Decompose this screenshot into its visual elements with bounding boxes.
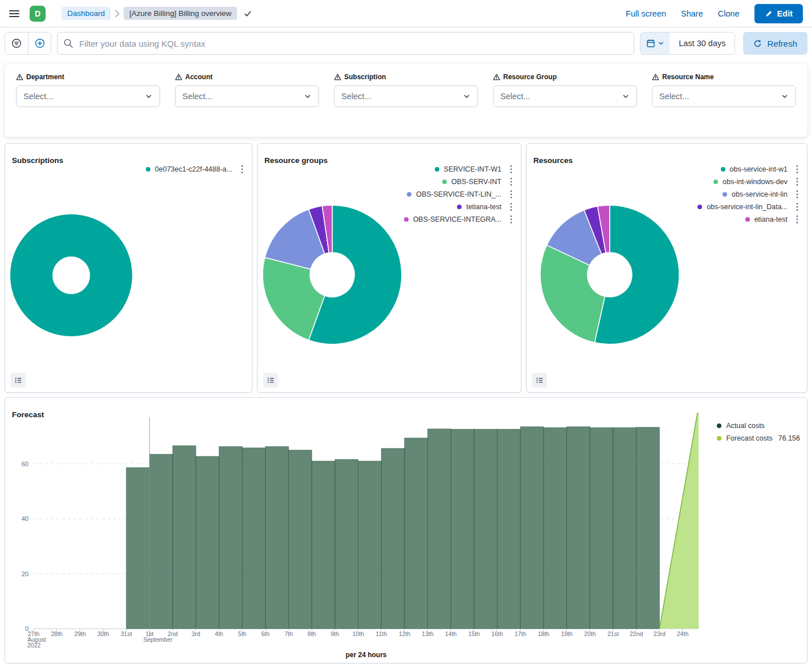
legend-dot — [745, 217, 750, 222]
filter-select[interactable]: Select... — [652, 85, 796, 107]
svg-text:4th: 4th — [215, 630, 223, 637]
svg-text:6th: 6th — [261, 630, 270, 637]
legend-label[interactable]: Actual costs — [726, 422, 764, 430]
svg-text:20: 20 — [22, 571, 28, 577]
warning-icon — [493, 74, 500, 80]
edit-button[interactable]: Edit — [754, 4, 803, 23]
legend-dot — [697, 205, 702, 209]
legend-item: OBS-SERVICE-INT-LIN_... — [404, 188, 516, 201]
svg-text:13th: 13th — [422, 630, 434, 637]
legend-item-menu-button[interactable] — [506, 202, 516, 212]
chevron-down-icon — [622, 92, 630, 100]
svg-text:28th: 28th — [51, 630, 63, 637]
filter-controls-card: DepartmentSelect...AccountSelect...Subsc… — [5, 64, 807, 137]
legend-item: obs-service-int-lin_Data... — [697, 201, 802, 213]
vertical-dots-icon — [796, 215, 798, 224]
legend-dot — [442, 180, 447, 184]
legend-label[interactable]: obs-service-int-lin — [732, 190, 787, 198]
svg-text:3rd: 3rd — [191, 630, 200, 637]
clone-link[interactable]: Clone — [718, 9, 740, 18]
refresh-button[interactable]: Refresh — [743, 32, 807, 55]
svg-text:21st: 21st — [607, 630, 619, 637]
filter-label-text: Resource Group — [503, 73, 557, 81]
refresh-button-label: Refresh — [767, 39, 797, 48]
dashboard-grid: Subscriptions 0e073ec1-c22f-4488-a... Re… — [0, 143, 812, 664]
legend-item: 0e073ec1-c22f-4488-a... — [146, 163, 247, 176]
resource-groups-donut-chart[interactable] — [261, 203, 403, 346]
chart-legend: 0e073ec1-c22f-4488-a... — [146, 163, 247, 176]
legend-item-menu-button[interactable] — [792, 177, 802, 187]
kql-search-input[interactable] — [57, 32, 634, 55]
space-avatar[interactable]: D — [30, 6, 46, 22]
edit-button-label: Edit — [777, 9, 793, 18]
legend-label[interactable]: OBS-SERV-INT — [451, 178, 501, 186]
date-picker-calendar-button[interactable] — [640, 32, 670, 54]
svg-text:9th: 9th — [331, 630, 340, 637]
time-range-button[interactable]: Last 30 days — [670, 32, 735, 54]
legend-item-menu-button[interactable] — [506, 189, 516, 199]
svg-text:12th: 12th — [399, 630, 411, 637]
vertical-dots-icon — [796, 190, 798, 199]
menu-button[interactable] — [7, 7, 22, 21]
legend-item: Forecast costs76.156 — [717, 432, 800, 445]
legend-item: obs-service-int-w1 — [697, 163, 802, 176]
filter-resource-group: Resource GroupSelect... — [493, 73, 637, 107]
legend-label[interactable]: SERVICE-INT-W1 — [444, 165, 501, 173]
legend-item-menu-button[interactable] — [237, 164, 247, 174]
filter-select[interactable]: Select... — [334, 85, 478, 107]
legend-label[interactable]: obs-service-int-w1 — [730, 165, 787, 173]
legend-item-menu-button[interactable] — [792, 202, 802, 212]
legend-label[interactable]: OBS-SERVICE-INTEGRA... — [413, 215, 501, 223]
plus-in-circle-icon — [35, 38, 45, 48]
legend-item-menu-button[interactable] — [506, 214, 516, 225]
vertical-dots-icon — [510, 165, 512, 174]
breadcrumb-dashboard[interactable]: Dashboard — [62, 7, 111, 20]
legend-dot — [407, 192, 411, 197]
legend-item: obs-service-int-lin — [697, 188, 802, 201]
legend-label[interactable]: tetiana-test — [466, 203, 501, 211]
filter-in-circle-icon — [11, 38, 22, 48]
top-header: D Dashboard [Azure Billing] Billing over… — [0, 0, 812, 27]
legend-item-menu-button[interactable] — [792, 164, 802, 174]
vertical-dots-icon — [510, 190, 512, 199]
legend-label[interactable]: obs-int-windows-dev — [723, 178, 787, 186]
filter-select[interactable]: Select... — [493, 85, 637, 107]
filter-select-placeholder: Select... — [23, 92, 53, 101]
warning-icon — [175, 74, 182, 80]
legend-toggle-button[interactable] — [11, 373, 26, 388]
vertical-dots-icon — [796, 165, 798, 174]
legend-label[interactable]: Forecast costs — [726, 434, 772, 442]
filter-options-button[interactable] — [5, 32, 28, 54]
legend-value: 76.156 — [778, 434, 800, 442]
filter-select-placeholder: Select... — [659, 92, 689, 101]
legend-item: obs-int-windows-dev — [697, 176, 802, 188]
filter-select[interactable]: Select... — [175, 85, 319, 107]
forecast-chart[interactable]: 020406027th28th29th30th31st1st2nd3rd4th5… — [5, 413, 807, 663]
pencil-icon — [765, 10, 773, 18]
hamburger-icon — [9, 9, 19, 18]
filter-resource-name: Resource NameSelect... — [652, 73, 796, 107]
resources-donut-chart[interactable] — [538, 203, 681, 346]
add-control-button[interactable] — [28, 32, 51, 54]
share-link[interactable]: Share — [681, 9, 703, 18]
full-screen-link[interactable]: Full screen — [626, 9, 666, 18]
legend-item-menu-button[interactable] — [792, 189, 802, 199]
legend-toggle-button[interactable] — [263, 373, 278, 388]
legend-item: SERVICE-INT-W1 — [404, 163, 516, 176]
legend-item-menu-button[interactable] — [506, 164, 516, 174]
svg-text:30th: 30th — [97, 630, 109, 637]
legend-toggle-button[interactable] — [532, 373, 547, 388]
svg-text:23rd: 23rd — [654, 630, 666, 637]
svg-text:16th: 16th — [491, 630, 503, 637]
legend-label[interactable]: obs-service-int-lin_Data... — [707, 203, 787, 211]
legend-dot — [713, 180, 718, 184]
legend-item: Actual costs — [717, 419, 800, 432]
legend-label[interactable]: etiana-test — [754, 215, 787, 223]
legend-label[interactable]: OBS-SERVICE-INT-LIN_... — [416, 190, 501, 198]
filter-select[interactable]: Select... — [16, 85, 160, 107]
subscriptions-donut-chart[interactable] — [5, 207, 140, 344]
panel-resource-groups: Resource groups SERVICE-INT-W1OBS-SERV-I… — [257, 143, 521, 393]
legend-item-menu-button[interactable] — [506, 177, 516, 187]
legend-item-menu-button[interactable] — [792, 214, 802, 225]
legend-label[interactable]: 0e073ec1-c22f-4488-a... — [155, 165, 232, 173]
